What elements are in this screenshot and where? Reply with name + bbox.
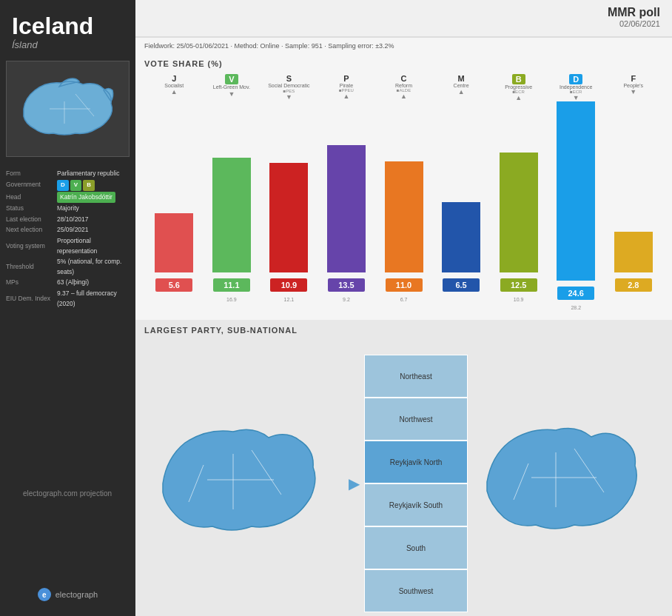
- party-letter-m: M: [458, 74, 465, 83]
- poll-name: MMR poll: [608, 6, 660, 19]
- party-letter-p: P: [343, 74, 349, 83]
- party-col-f: F People's ▼ 2.8: [605, 73, 662, 272]
- map-left: [144, 343, 344, 616]
- fieldwork-bar: Fieldwork: 25/05-01/06/2021 · Method: On…: [135, 37, 672, 53]
- region-reykjavik-south: Reykjavík South: [364, 483, 468, 526]
- bar-p: 13.5 9.2: [327, 145, 366, 272]
- subnational-content: ▶ Northeast Northwest Reykjavík North Re…: [144, 339, 663, 616]
- head-label: Head: [6, 192, 54, 203]
- region-reykjavik-north: Reykjavík North: [364, 441, 468, 483]
- arrow-m: ▲: [458, 88, 465, 96]
- badge-b: B: [83, 180, 95, 191]
- header: MMR poll 02/06/2021: [135, 0, 672, 37]
- party-col-v: V Left-Green Mov. ▼ 11.1 16.9: [204, 73, 261, 272]
- party-name-b: Progressive: [505, 84, 532, 90]
- party-col-j: J Socialist ▲ 5.6: [146, 73, 203, 272]
- arrow-s: ▼: [286, 93, 292, 101]
- vote-share-section: VOTE SHARE (%) J Socialist ▲ 5.6: [135, 53, 672, 320]
- arrow-d: ▼: [573, 94, 579, 101]
- bar-d: 24.6 28.2: [557, 101, 595, 281]
- poll-info: MMR poll 02/06/2021: [608, 6, 660, 28]
- info-form: Form Parliamentary republic: [6, 169, 130, 179]
- info-status: Status Majority: [6, 204, 130, 214]
- party-col-p: P Pirate ■PPEU ▲ 13.5 9.2: [318, 73, 375, 272]
- party-letter-c: C: [401, 74, 407, 83]
- party-letter-v: V: [225, 74, 238, 84]
- score-c: 11.0: [386, 278, 423, 292]
- bar-c: 11.0 6.7: [385, 161, 423, 272]
- main-content: MMR poll 02/06/2021 Fieldwork: 25/05-01/…: [135, 0, 672, 616]
- sidebar-title: Iceland Ísland: [0, 0, 135, 53]
- prev-s: 12.1: [284, 297, 295, 302]
- party-letter-s: S: [286, 74, 292, 83]
- party-name-c: Reform: [395, 83, 412, 88]
- score-s: 10.9: [270, 278, 307, 292]
- info-government: Government D V B: [6, 180, 130, 191]
- country-map: [6, 61, 130, 157]
- threshold-label: Threshold: [6, 262, 54, 272]
- bar-s: 10.9 12.1: [269, 163, 308, 272]
- party-name-j: Socialist: [164, 83, 184, 88]
- gov-badges: D V B: [57, 180, 95, 191]
- last-election-value: 28/10/2017: [57, 215, 89, 225]
- arrow-c: ▲: [400, 93, 407, 100]
- score-f: 2.8: [615, 278, 652, 292]
- prev-p: 9.2: [343, 297, 350, 302]
- region-south: South: [364, 526, 468, 569]
- party-letter-d: D: [569, 74, 582, 84]
- fieldwork-text: Fieldwork: 25/05-01/06/2021 · Method: On…: [144, 42, 394, 50]
- head-value: Katrín Jakobsdóttir: [57, 192, 115, 204]
- info-threshold: Threshold 5% (national, for comp. seats): [6, 257, 130, 277]
- projection-text: electograph.com projection: [12, 489, 123, 498]
- map-arrow: ▶: [349, 475, 360, 492]
- info-last-election: Last election 28/10/2017: [6, 215, 130, 225]
- info-next-election: Next election 25/09/2021: [6, 225, 130, 235]
- bar-j: 5.6: [155, 213, 193, 272]
- brand-name: electograph: [56, 590, 98, 599]
- bar-f: 2.8: [614, 232, 653, 272]
- electograph-logo: e: [38, 588, 51, 601]
- subnational-title: LARGEST PARTY, SUB-NATIONAL: [144, 326, 663, 335]
- info-table: Form Parliamentary republic Government D…: [0, 164, 135, 314]
- country-subtitle: Ísland: [12, 39, 124, 50]
- mps-label: MPs: [6, 278, 54, 288]
- form-label: Form: [6, 169, 54, 179]
- prev-b: 10.9: [514, 297, 524, 302]
- bar-v: 11.1 16.9: [212, 158, 251, 272]
- iceland-map-svg: [9, 68, 127, 150]
- info-head: Head Katrín Jakobsdóttir: [6, 192, 130, 204]
- form-value: Parliamentary republic: [57, 169, 120, 179]
- party-letter-b: B: [512, 74, 525, 84]
- threshold-value: 5% (national, for comp. seats): [57, 257, 130, 277]
- prev-d: 28.2: [571, 305, 581, 310]
- party-name-s: Social Democratic: [268, 83, 309, 89]
- score-p: 13.5: [328, 278, 365, 292]
- info-mps: MPs 63 (Alþingi): [6, 278, 130, 288]
- badge-d: D: [57, 180, 69, 191]
- next-election-label: Next election: [6, 225, 54, 235]
- voting-system-label: Voting system: [6, 241, 54, 252]
- party-name-f: People's: [623, 83, 643, 88]
- map-right: [471, 343, 663, 616]
- party-col-m: M Centre ▲ 6.5: [433, 73, 490, 272]
- eiu-value: 9.37 – full democracy (2020): [57, 289, 130, 309]
- right-map-outline: [487, 428, 636, 529]
- mps-value: 63 (Alþingi): [57, 278, 89, 288]
- region-list: Northeast Northwest Reykjavík North Reyk…: [364, 355, 468, 612]
- last-election-label: Last election: [6, 215, 54, 225]
- iceland-outline: [24, 78, 113, 135]
- arrow-v: ▼: [228, 90, 235, 98]
- score-m: 6.5: [443, 278, 480, 292]
- bar-b: 12.5 10.9: [500, 153, 538, 272]
- party-col-d: D Independence ■ECR ▼ 24.6 28.2: [548, 73, 605, 272]
- subnational-section: LARGEST PARTY, SUB-NATIONAL ▶ Northeast: [135, 320, 672, 616]
- iceland-map-right: [471, 409, 663, 558]
- bar-m: 6.5: [442, 202, 480, 272]
- voting-system-value: Proportional representation: [57, 236, 130, 256]
- party-name-v: Left-Green Mov.: [213, 84, 250, 90]
- arrow-b: ▲: [515, 94, 522, 101]
- badge-v: V: [70, 180, 81, 191]
- score-j: 5.6: [155, 278, 192, 292]
- sidebar: Iceland Ísland Form Parliamentary republ…: [0, 0, 135, 616]
- party-name-p: Pirate: [340, 83, 353, 88]
